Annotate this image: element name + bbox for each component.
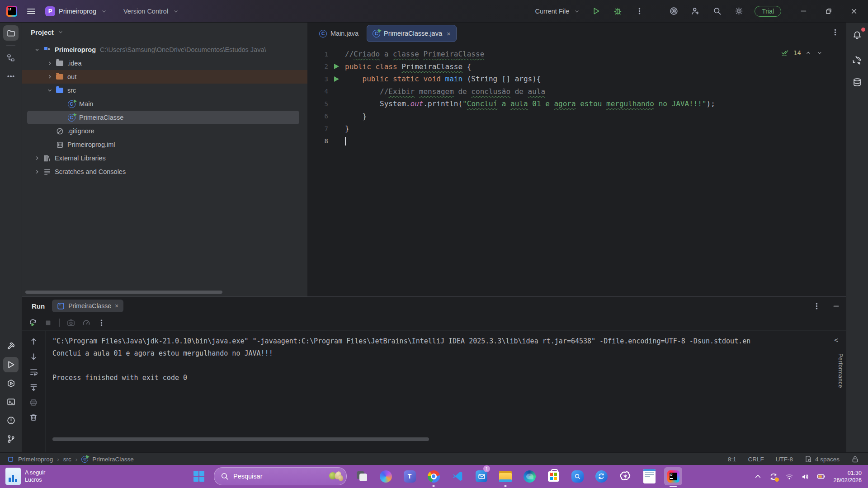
indent-setting[interactable]: 4 spaces	[805, 455, 840, 463]
tree-item-external-libraries[interactable]: External Libraries	[27, 151, 299, 165]
next-problem-chevron-icon[interactable]	[816, 50, 823, 56]
taskbar-app-intellij-icon[interactable]: IJ	[664, 467, 682, 485]
project-widget[interactable]: P Primeiroprog	[45, 6, 107, 16]
tray-chevron-up-icon[interactable]	[754, 473, 762, 480]
caret-position[interactable]: 8:1	[728, 456, 736, 463]
taskbar-app-file-explorer-icon[interactable]	[496, 467, 514, 485]
project-folder-icon[interactable]	[3, 25, 19, 41]
line-ending[interactable]: CRLF	[748, 456, 764, 463]
run-tab[interactable]: PrimeiraClasse ×	[52, 300, 123, 312]
taskbar-app-task-view-icon[interactable]	[353, 467, 371, 485]
code-line-2[interactable]: 2public class PrimeiraClasse {	[307, 61, 846, 73]
search-icon[interactable]	[711, 5, 723, 17]
window-minimize-button[interactable]	[797, 5, 809, 17]
breadcrumb-project[interactable]: Primeiroprog	[18, 456, 53, 463]
prev-problem-chevron-icon[interactable]	[805, 50, 811, 56]
fold-line-icon[interactable]: <	[834, 336, 838, 344]
run-config-selector[interactable]: Current File	[535, 8, 580, 15]
window-restore-button[interactable]	[823, 5, 835, 17]
project-horizontal-scrollbar[interactable]	[25, 291, 222, 294]
ai-assistant-icon[interactable]	[849, 53, 865, 68]
taskbar-clock[interactable]: 01:30 26/02/2026	[833, 469, 862, 484]
tree-item-primeiroprog[interactable]: PrimeiroprogC:\Users\Samsung\OneDrive\Do…	[27, 43, 299, 56]
soft-wrap-icon[interactable]	[29, 368, 38, 376]
tree-item-scratches-and-consoles[interactable]: Scratches and Consoles	[27, 165, 299, 178]
tree-item-src[interactable]: src	[27, 84, 299, 97]
code-line-5[interactable]: 5 System.out.println("Concluí a aula 01 …	[307, 98, 846, 110]
taskbar-app-ms-store-icon[interactable]	[544, 467, 562, 485]
clear-console-trash-icon[interactable]	[29, 413, 38, 422]
window-close-button[interactable]	[848, 5, 860, 17]
taskbar-app-vscode-icon[interactable]	[448, 467, 467, 485]
chevron-expanded-icon[interactable]	[32, 47, 42, 53]
settings-gear-icon[interactable]	[733, 5, 745, 17]
taskbar-app-edge-icon[interactable]	[520, 467, 538, 485]
code-line-4[interactable]: 4 //Exibir mensagem de conclusão de aula	[307, 85, 846, 98]
stop-icon[interactable]	[44, 319, 52, 327]
taskbar-app-sync-app-icon[interactable]	[592, 467, 610, 485]
more-dots-icon[interactable]	[3, 69, 19, 84]
add-user-icon[interactable]	[689, 5, 701, 17]
scroll-to-end-icon[interactable]	[29, 383, 38, 392]
run-panel-title[interactable]: Run	[32, 302, 45, 310]
project-panel-title[interactable]: Project	[31, 28, 54, 36]
run-options-kebab-icon[interactable]	[813, 302, 821, 310]
code-line-7[interactable]: 7}	[307, 122, 846, 135]
notifications-bell-icon[interactable]	[849, 28, 865, 43]
print-icon[interactable]	[29, 399, 38, 407]
editor-tab-main-java[interactable]: CMain.java	[314, 25, 364, 42]
debug-button[interactable]	[612, 5, 623, 17]
git-branch-icon[interactable]	[3, 431, 19, 446]
problems-icon[interactable]	[3, 413, 19, 428]
breadcrumb-src[interactable]: src	[63, 456, 71, 463]
start-button[interactable]	[190, 467, 208, 485]
wifi-icon[interactable]	[785, 473, 793, 481]
tree-item--gitignore[interactable]: .gitignore	[27, 124, 299, 138]
console-horizontal-scrollbar[interactable]	[52, 437, 429, 441]
structure-icon[interactable]	[3, 50, 19, 66]
taskbar-app-teams-icon[interactable]: T	[401, 467, 419, 485]
vcs-widget[interactable]: Version Control	[123, 8, 179, 15]
more-actions-kebab-icon[interactable]	[633, 5, 645, 17]
toolbar-kebab-icon[interactable]	[98, 319, 105, 327]
taskbar-app-notepad-icon[interactable]	[640, 467, 658, 485]
run-line-gutter-icon[interactable]	[328, 64, 345, 69]
editor-options-kebab-icon[interactable]	[831, 28, 839, 36]
console-output[interactable]: "C:\Program Files\Java\jdk-21.0.10\bin\j…	[45, 331, 828, 453]
code-editor[interactable]: 14 1//Criado a classe PrimeiraClasse2pub…	[307, 45, 846, 296]
main-menu-icon[interactable]	[27, 9, 35, 14]
close-icon[interactable]: ×	[115, 302, 118, 310]
chevron-expanded-icon[interactable]	[44, 87, 55, 94]
terminal-icon[interactable]	[3, 394, 19, 409]
chevron-collapsed-icon[interactable]	[44, 60, 55, 66]
taskbar-app-copilot-icon[interactable]	[377, 467, 395, 485]
inspections-widget[interactable]: 14	[781, 49, 823, 57]
battery-icon[interactable]	[817, 472, 826, 481]
hide-panel-icon[interactable]	[832, 302, 840, 310]
chevron-collapsed-icon[interactable]	[32, 169, 42, 175]
run-play-icon[interactable]	[3, 357, 19, 372]
build-hammer-icon[interactable]	[3, 338, 19, 354]
tree-item-main[interactable]: CMain	[27, 97, 299, 111]
tree-item-primeiraclasse[interactable]: CPrimeiraClasse	[27, 111, 299, 124]
taskbar-app-chrome-icon[interactable]	[425, 467, 443, 485]
taskbar-app-mail-icon[interactable]: 1	[472, 467, 491, 485]
chevron-collapsed-icon[interactable]	[44, 74, 55, 80]
rerun-icon[interactable]	[29, 319, 37, 327]
editor-tab-primeiraclasse-java[interactable]: CPrimeiraClasse.java×	[367, 25, 457, 42]
taskbar-app-search-app-icon[interactable]	[568, 467, 586, 485]
taskbar-widget[interactable]: A seguir Lucros	[5, 468, 45, 485]
run-line-gutter-icon[interactable]	[328, 76, 345, 82]
capture-snapshot-camera-icon[interactable]	[67, 319, 75, 327]
code-line-1[interactable]: 1//Criado a classe PrimeiraClasse	[307, 48, 846, 61]
code-line-6[interactable]: 6 }	[307, 110, 846, 123]
down-stack-trace-icon[interactable]	[29, 352, 38, 361]
trial-badge[interactable]: Trial	[755, 6, 781, 17]
performance-tab[interactable]: Performance	[837, 353, 844, 388]
lock-open-icon[interactable]	[851, 455, 859, 463]
code-line-8[interactable]: 8	[307, 135, 846, 148]
close-icon[interactable]: ×	[447, 30, 451, 38]
services-icon[interactable]	[3, 375, 19, 391]
profiler-gauge-icon[interactable]	[82, 319, 90, 327]
tree-item-out[interactable]: out	[22, 70, 307, 84]
